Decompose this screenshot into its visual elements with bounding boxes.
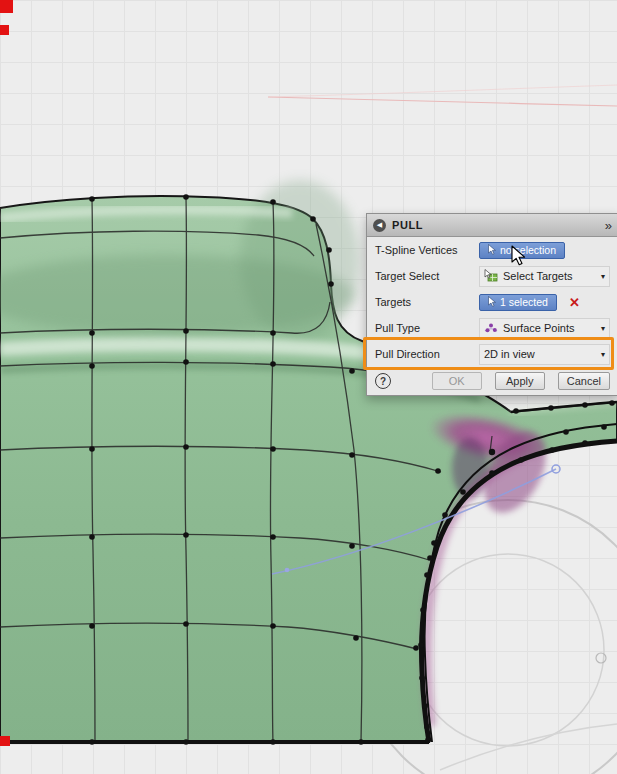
row-pull-type: Pull Type Surface Points ▾ <box>367 315 617 341</box>
pull-dialog: ◀ PULL » T-Spline Vertices no selection … <box>366 213 617 396</box>
row-pull-direction: Pull Direction 2D in view ▾ <box>367 341 617 367</box>
help-icon[interactable]: ? <box>375 373 391 389</box>
clear-targets-button[interactable]: ✕ <box>569 296 580 309</box>
ok-button[interactable]: OK <box>432 372 482 390</box>
selected-vertex[interactable] <box>489 449 495 455</box>
tspline-vertices-value: no selection <box>500 244 556 256</box>
select-targets-icon <box>484 269 498 283</box>
red-marker-bottom <box>0 736 10 746</box>
pull-direction-dropdown[interactable]: 2D in view ▾ <box>479 344 610 365</box>
pull-type-dropdown[interactable]: Surface Points ▾ <box>479 318 610 339</box>
tspline-vertices-selection-button[interactable]: no selection <box>479 242 565 259</box>
hub-point <box>596 653 606 663</box>
dialog-title: PULL <box>392 219 423 231</box>
red-marker-top <box>0 0 13 13</box>
wheel-circle-inner <box>412 554 604 746</box>
row-target-select: Target Select Select Targets ▾ <box>367 263 617 289</box>
cancel-button[interactable]: Cancel <box>558 372 610 390</box>
viewport[interactable]: ◀ PULL » T-Spline Vertices no selection … <box>0 0 617 774</box>
spline-midpoint <box>285 568 290 573</box>
target-select-dropdown[interactable]: Select Targets ▾ <box>479 266 610 287</box>
collapse-icon[interactable]: ◀ <box>373 219 386 232</box>
expand-icon[interactable]: » <box>605 219 612 232</box>
pull-direction-label: Pull Direction <box>375 348 479 360</box>
chevron-down-icon[interactable]: ▾ <box>601 324 605 333</box>
select-cursor-icon <box>488 244 496 255</box>
pull-dialog-titlebar[interactable]: ◀ PULL » <box>367 214 617 237</box>
surface-points-icon <box>484 321 498 335</box>
target-select-value: Select Targets <box>503 270 573 282</box>
red-marker-upper <box>0 25 9 35</box>
pull-type-value: Surface Points <box>503 322 575 334</box>
chevron-down-icon[interactable]: ▾ <box>601 272 605 281</box>
targets-selection-button[interactable]: 1 selected <box>479 294 557 311</box>
dialog-footer: ? OK Apply Cancel <box>367 367 617 395</box>
chevron-down-icon[interactable]: ▾ <box>601 350 605 359</box>
pull-type-label: Pull Type <box>375 322 479 334</box>
apply-button[interactable]: Apply <box>495 372 545 390</box>
row-targets: Targets 1 selected ✕ <box>367 289 617 315</box>
targets-value: 1 selected <box>500 296 548 308</box>
targets-label: Targets <box>375 296 479 308</box>
tspline-vertices-label: T-Spline Vertices <box>375 244 479 256</box>
pull-direction-value: 2D in view <box>484 348 535 360</box>
row-tspline-vertices: T-Spline Vertices no selection <box>367 237 617 263</box>
target-select-label: Target Select <box>375 270 479 282</box>
select-cursor-icon <box>488 296 496 307</box>
